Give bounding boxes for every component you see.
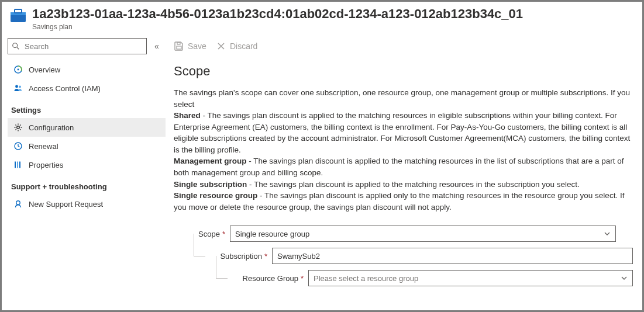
- overview-icon: [13, 65, 23, 74]
- sidebar-item-new-support-request[interactable]: New Support Request: [8, 195, 166, 213]
- resource-group-field-label: Resource Group*: [231, 274, 308, 283]
- sidebar-item-configuration[interactable]: Configuration: [8, 118, 166, 137]
- scope-select[interactable]: Single resource group: [230, 226, 616, 242]
- sidebar-item-label: Access Control (IAM): [29, 84, 101, 93]
- sidebar-item-renewal[interactable]: Renewal: [8, 137, 166, 155]
- sidebar-item-label: Renewal: [29, 142, 58, 151]
- subscription-input-value: SwamySub2: [277, 252, 320, 261]
- discard-button[interactable]: Discard: [216, 41, 257, 51]
- page-title: 1a23b123-01aa-123a-4b56-0123a1b23cd4:01a…: [32, 6, 523, 22]
- properties-icon: [13, 160, 23, 169]
- sidebar-item-label: Configuration: [29, 123, 74, 132]
- svg-point-7: [15, 85, 18, 88]
- svg-rect-12: [17, 162, 18, 168]
- gear-icon: [13, 123, 23, 132]
- search-icon: [12, 42, 20, 50]
- people-icon: [13, 84, 23, 93]
- svg-rect-15: [177, 46, 181, 49]
- svg-point-6: [18, 69, 19, 71]
- scope-select-value: Single resource group: [235, 230, 309, 238]
- scope-rg-label: Single resource group: [174, 191, 257, 200]
- sidebar: « Overview Access Control (IAM) Settings…: [2, 32, 166, 307]
- support-icon: [13, 199, 23, 209]
- scope-form: Scope* Single resource group Subscriptio…: [174, 226, 633, 286]
- svg-line-4: [17, 47, 19, 49]
- save-label: Save: [188, 41, 206, 51]
- scope-sub-label: Single subscription: [174, 180, 247, 189]
- svg-point-14: [16, 201, 20, 204]
- page-subtitle: Savings plan: [32, 23, 523, 31]
- svg-rect-13: [19, 162, 20, 168]
- subscription-input[interactable]: SwamySub2: [272, 248, 633, 264]
- scope-shared-label: Shared: [174, 111, 201, 120]
- svg-rect-11: [15, 162, 16, 168]
- sidebar-item-properties[interactable]: Properties: [8, 155, 166, 174]
- scope-sub-text: - The savings plan discount is applied t…: [247, 180, 580, 189]
- chevron-down-icon: [604, 230, 611, 237]
- sidebar-collapse-button[interactable]: «: [151, 41, 162, 51]
- svg-rect-2: [15, 9, 22, 13]
- svg-point-8: [19, 86, 21, 88]
- chevron-down-icon: [621, 275, 628, 282]
- sidebar-section-settings: Settings: [8, 98, 166, 118]
- scope-description: The savings plan's scope can cover one s…: [174, 87, 633, 213]
- svg-point-3: [13, 43, 18, 48]
- sidebar-item-iam[interactable]: Access Control (IAM): [8, 79, 166, 98]
- scope-shared-text: - The savings plan discount is applied t…: [174, 111, 630, 154]
- scope-mgmt-label: Management group: [174, 157, 247, 165]
- save-icon: [174, 41, 184, 51]
- clock-icon: [13, 141, 23, 151]
- resource-group-select[interactable]: Please select a resource group: [308, 270, 633, 286]
- sidebar-item-label: New Support Request: [29, 200, 103, 209]
- discard-icon: [216, 41, 226, 51]
- sidebar-item-label: Overview: [29, 65, 60, 74]
- scope-heading: Scope: [174, 64, 633, 79]
- page-header: 1a23b123-01aa-123a-4b56-0123a1b23cd4:01a…: [2, 2, 642, 32]
- save-button[interactable]: Save: [174, 41, 206, 51]
- svg-rect-16: [177, 43, 180, 44]
- discard-label: Discard: [230, 41, 257, 51]
- search-input-field[interactable]: [23, 41, 143, 51]
- toolbar: Save Discard: [174, 32, 633, 60]
- main-content: Save Discard Scope The savings plan's sc…: [166, 32, 642, 307]
- sidebar-item-label: Properties: [29, 161, 63, 169]
- svg-point-9: [17, 126, 20, 129]
- scope-intro: The savings plan's scope can cover one s…: [174, 88, 630, 109]
- savings-plan-icon: [9, 6, 27, 25]
- sidebar-item-overview[interactable]: Overview: [8, 60, 166, 79]
- sidebar-section-support: Support + troubleshooting: [8, 174, 166, 195]
- resource-group-placeholder: Please select a resource group: [314, 274, 418, 283]
- search-input[interactable]: [8, 38, 147, 54]
